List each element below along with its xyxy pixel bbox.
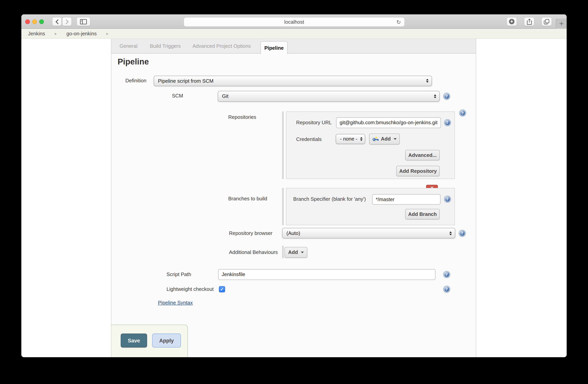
tab-general[interactable]: General — [120, 39, 138, 54]
screen: localhost ↻ — [0, 0, 588, 384]
repository-browser-value: (Auto) — [286, 230, 300, 236]
pipeline-syntax-link[interactable]: Pipeline Syntax — [158, 299, 193, 305]
select-spinner-icon — [449, 231, 452, 235]
scm-help-icon[interactable]: ? — [443, 93, 450, 100]
breadcrumb-item-job[interactable]: go-on-jenkins — [66, 31, 97, 37]
breadcrumb: Jenkins ▸ go-on-jenkins ▸ — [21, 29, 567, 39]
tab-pipeline[interactable]: Pipeline — [260, 41, 288, 54]
reload-icon[interactable]: ↻ — [397, 19, 401, 25]
script-path-label: Script Path — [167, 272, 191, 277]
new-tab-button[interactable]: + — [556, 19, 567, 29]
credentials-add-label: Add — [381, 136, 391, 142]
definition-label: Definition — [125, 78, 146, 84]
sidebar-icon — [80, 19, 87, 24]
select-spinner-icon — [360, 137, 362, 141]
download-icon — [509, 19, 515, 24]
scm-select[interactable]: Git — [218, 91, 440, 102]
window-controls — [25, 19, 44, 24]
share-button[interactable] — [524, 17, 534, 26]
forward-icon — [65, 19, 69, 24]
close-window-button[interactable] — [25, 19, 30, 24]
tab-advanced-project-options[interactable]: Advanced Project Options — [192, 39, 251, 54]
lightweight-checkout-help-icon[interactable]: ? — [443, 286, 450, 293]
credentials-select[interactable]: - none - — [336, 134, 365, 144]
repositories-help-icon[interactable]: ? — [459, 109, 466, 116]
address-bar-url: localhost — [284, 19, 304, 25]
config-column: General Build Triggers Advanced Project … — [111, 39, 476, 357]
branches-panel — [286, 188, 455, 225]
browser-titlebar[interactable]: localhost ↻ — [21, 14, 567, 29]
definition-select-value: Pipeline script from SCM — [158, 78, 213, 84]
caret-down-icon — [393, 138, 397, 140]
minimize-window-button[interactable] — [32, 19, 37, 24]
repository-url-input[interactable] — [336, 117, 441, 128]
key-icon — [372, 136, 379, 141]
tab-overview-icon — [544, 19, 549, 24]
definition-select[interactable]: Pipeline script from SCM — [154, 76, 432, 86]
scm-select-value: Git — [222, 93, 229, 99]
branches-indent-bar — [282, 188, 284, 225]
breadcrumb-separator-icon: ▸ — [55, 31, 57, 36]
apply-button[interactable]: Apply — [152, 334, 181, 347]
branch-specifier-label: Branch Specifier (blank for 'any') — [293, 196, 366, 202]
tab-build-triggers[interactable]: Build Triggers — [150, 39, 181, 54]
additional-behaviours-label: Additional Behaviours — [229, 250, 278, 255]
additional-behaviours-add-label: Add — [288, 249, 298, 255]
repository-url-help-icon[interactable]: ? — [444, 119, 451, 126]
credentials-label: Credentials — [296, 136, 322, 142]
tab-overview-button[interactable] — [541, 17, 552, 26]
checkmark-icon: ✓ — [220, 286, 224, 292]
add-repository-button[interactable]: Add Repository — [396, 166, 440, 176]
branch-specifier-help-icon[interactable]: ? — [444, 195, 451, 202]
repository-url-label: Repository URL — [296, 120, 332, 125]
forward-button[interactable] — [62, 17, 72, 26]
breadcrumb-item-jenkins[interactable]: Jenkins — [28, 31, 45, 37]
branches-to-build-label: Branches to build — [228, 196, 267, 201]
address-bar[interactable]: localhost ↻ — [184, 17, 405, 27]
lightweight-checkout-label: Lightweight checkout — [167, 287, 214, 292]
share-icon — [526, 19, 532, 25]
select-spinner-icon — [434, 94, 436, 98]
repository-browser-select[interactable]: (Auto) — [282, 228, 455, 238]
additional-behaviours-indent-bar — [282, 246, 284, 258]
branch-specifier-input[interactable] — [372, 194, 441, 204]
repository-browser-help-icon[interactable]: ? — [459, 230, 466, 237]
back-button[interactable] — [52, 17, 62, 26]
select-spinner-icon — [426, 79, 428, 83]
repository-browser-label: Repository browser — [229, 231, 273, 236]
repositories-label: Repositories — [228, 115, 256, 120]
script-path-help-icon[interactable]: ? — [443, 271, 450, 278]
credentials-select-value: - none - — [340, 136, 357, 142]
breadcrumb-separator-icon: ▸ — [106, 31, 108, 36]
add-branch-button[interactable]: Add Branch — [405, 209, 440, 219]
back-icon — [55, 19, 59, 24]
credentials-add-button[interactable]: Add — [369, 133, 400, 144]
config-tabs: General Build Triggers Advanced Project … — [111, 39, 476, 54]
repositories-indent-bar — [282, 111, 284, 179]
zoom-window-button[interactable] — [39, 19, 44, 24]
page-title: Pipeline — [118, 57, 149, 66]
advanced-button[interactable]: Advanced... — [405, 150, 440, 160]
additional-behaviours-add-button[interactable]: Add — [285, 247, 307, 258]
plus-icon: + — [559, 20, 564, 28]
caret-down-icon — [301, 251, 304, 253]
save-footer-panel: Save Apply — [111, 324, 188, 357]
lightweight-checkout-checkbox[interactable]: ✓ — [219, 286, 225, 292]
sidebar-toggle-button[interactable] — [76, 17, 90, 26]
downloads-button[interactable] — [506, 17, 517, 26]
script-path-input[interactable] — [218, 269, 436, 280]
scm-label: SCM — [172, 93, 183, 99]
browser-window: localhost ↻ — [21, 14, 567, 357]
save-button[interactable]: Save — [121, 334, 147, 347]
